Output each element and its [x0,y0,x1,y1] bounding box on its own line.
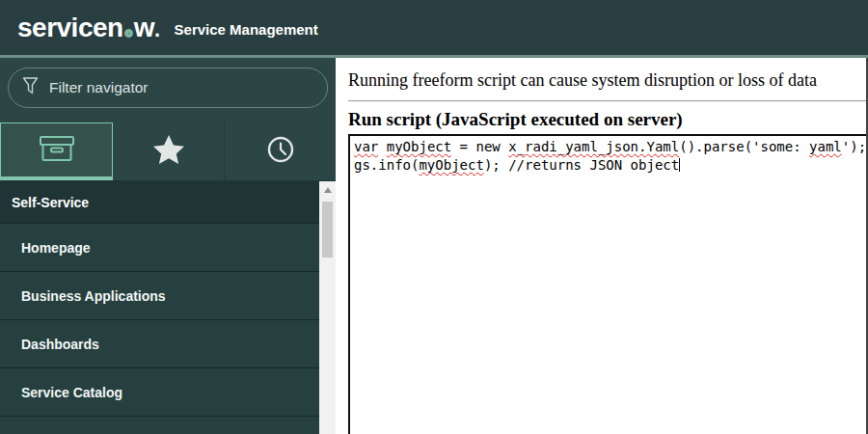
sidebar-item-homepage[interactable]: Homepage [0,224,319,272]
sidebar: Filter navigator [0,58,336,434]
sidebar-item-dashboards[interactable]: Dashboards [0,320,319,368]
code-line: var myObject = new x_radi_yaml_json.Yaml… [354,138,868,156]
servicenow-app: servicenw. Service Management Filter nav… [0,0,868,434]
scroll-up-button[interactable] [319,181,336,198]
code-segment [378,139,386,154]
box-icon [39,134,75,167]
divider [348,100,868,102]
code-segment: '); [842,139,866,154]
misspelled-token: var [354,139,378,154]
logo-text-prefix: servicen [17,13,123,42]
logo-o-ring-icon [124,29,133,38]
sidebar-section-self-service[interactable]: Self-Service [0,181,319,224]
nav-items-container: HomepageBusiness ApplicationsDashboardsS… [0,224,319,417]
clock-icon [267,136,294,167]
main-content: Running freeform script can cause system… [336,58,868,434]
code-segment: ); //returns JSON object [484,157,679,173]
filter-navigator-input[interactable]: Filter navigator [8,68,328,108]
sidebar-item-business-applications[interactable]: Business Applications [0,272,319,320]
filter-navigator-wrap: Filter navigator [0,58,336,122]
tab-history[interactable] [225,122,336,180]
code-segment: ().parse('some: [679,139,809,154]
nav-list: Self-Service HomepageBusiness Applicatio… [0,181,319,434]
scrollbar-thumb[interactable] [322,202,333,258]
text-cursor [679,158,680,172]
tab-favorites[interactable] [113,122,225,180]
code-line: gs.info(myObject); //returns JSON object [354,156,868,175]
scroll-up-arrow-icon [324,187,332,193]
run-script-heading: Run script (JavaScript executed on serve… [348,109,868,130]
code-content: var myObject = new x_radi_yaml_json.Yaml… [354,138,868,175]
misspelled-token: myObject [387,139,451,154]
app-title: Service Management [175,18,318,38]
sidebar-scrollbar[interactable] [319,181,336,434]
code-segment: = new [451,139,508,154]
star-icon [152,134,185,169]
misspelled-token: x_radi_yaml_json.Yaml [508,139,679,154]
code-segment: gs.info( [354,157,419,173]
misspelled-token: myObject [419,157,483,173]
sidebar-tabs [0,122,336,181]
misspelled-token: yaml [809,139,842,154]
app-header: servicenw. Service Management [0,0,868,55]
sidebar-item-service-catalog[interactable]: Service Catalog [0,368,319,417]
logo-text-suffix: w [134,13,154,42]
servicenow-logo[interactable]: servicenw. [17,13,160,43]
warning-text: Running freeform script can cause system… [348,70,868,91]
logo-trademark-dot: . [154,17,160,41]
tab-all-applications[interactable] [0,122,113,180]
funnel-icon [22,76,39,99]
filter-navigator-placeholder: Filter navigator [49,79,149,96]
script-textarea[interactable]: var myObject = new x_radi_yaml_json.Yaml… [348,134,868,434]
